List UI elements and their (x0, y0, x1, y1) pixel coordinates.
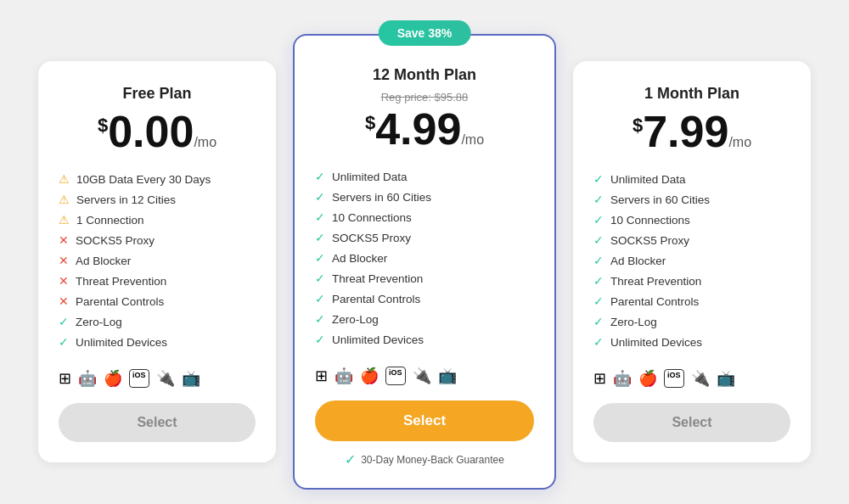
feature-free-5: ✕ Threat Prevention (59, 271, 256, 291)
apple-icon: 🍎 (104, 369, 122, 388)
windows-icon: ⊞ (59, 369, 71, 388)
price-mo-free: /mo (194, 135, 216, 150)
price-mo-annual: /mo (461, 132, 484, 148)
select-button-free[interactable]: Select (59, 403, 256, 442)
price-main-free: 0.00 (108, 109, 194, 154)
android-icon: 🤖 (78, 369, 97, 388)
feature-monthly-3: ✓ SOCKS5 Proxy (593, 230, 790, 250)
feature-text: Zero-Log (610, 316, 657, 328)
check-icon: ✓ (315, 210, 325, 224)
feature-monthly-1: ✓ Servers in 60 Cities (593, 189, 790, 210)
feature-free-4: ✕ Ad Blocker (59, 250, 256, 271)
check-icon: ✓ (593, 172, 604, 186)
check-icon: ✓ (315, 292, 325, 305)
features-list-annual: ✓ Unlimited Data ✓ Servers in 60 Cities … (315, 166, 534, 350)
feature-free-7: ✓ Zero-Log (59, 311, 256, 332)
feature-annual-3: ✓ SOCKS5 Proxy (315, 227, 534, 248)
feature-monthly-2: ✓ 10 Connections (593, 210, 790, 230)
feature-text: Servers in 60 Cities (332, 191, 431, 204)
feature-text: SOCKS5 Proxy (76, 234, 155, 247)
check-icon: ✓ (593, 213, 604, 227)
feature-free-8: ✓ Unlimited Devices (59, 332, 256, 352)
feature-annual-6: ✓ Parental Controls (315, 288, 534, 309)
price-row-monthly: $ 7.99 /mo (593, 109, 790, 154)
check-icon: ✓ (593, 335, 604, 349)
check-icon: ✓ (593, 274, 604, 288)
feature-monthly-0: ✓ Unlimited Data (593, 169, 790, 189)
feature-annual-0: ✓ Unlimited Data (315, 166, 534, 187)
feature-text: Unlimited Devices (332, 333, 424, 346)
plan-name-monthly: 1 Month Plan (593, 85, 790, 103)
feature-text: Threat Prevention (76, 275, 166, 288)
windows-icon: ⊞ (315, 367, 328, 385)
ios-icon: iOS (664, 369, 684, 388)
feature-monthly-6: ✓ Parental Controls (593, 291, 790, 311)
plan-card-annual: Save 38% 12 Month Plan Reg price: $95.88… (293, 34, 556, 490)
feature-monthly-8: ✓ Unlimited Devices (593, 332, 790, 352)
plan-card-monthly: 1 Month Plan $ 7.99 /mo ✓ Unlimited Data… (573, 61, 811, 462)
feature-text: 10GB Data Every 30 Days (76, 173, 211, 186)
router-icon: 🔌 (156, 369, 175, 388)
check-icon: ✓ (315, 231, 325, 244)
feature-text: Ad Blocker (610, 255, 666, 267)
platform-icons-annual: ⊞ 🤖 🍎 iOS 🔌 📺 (315, 367, 534, 385)
feature-text: Parental Controls (332, 293, 420, 305)
tv-icon: 📺 (182, 369, 200, 388)
feature-free-0: ⚠ 10GB Data Every 30 Days (59, 169, 256, 189)
android-icon: 🤖 (613, 369, 632, 388)
pricing-container: Free Plan $ 0.00 /mo ⚠ 10GB Data Every 3… (13, 0, 836, 504)
price-mo-monthly: /mo (728, 135, 751, 150)
feature-annual-1: ✓ Servers in 60 Cities (315, 187, 534, 207)
apple-icon: 🍎 (638, 369, 657, 388)
price-dollar-annual: $ (365, 112, 375, 134)
router-icon: 🔌 (413, 367, 431, 385)
plan-name-annual: 12 Month Plan (315, 66, 534, 84)
feature-text: SOCKS5 Proxy (610, 234, 689, 247)
price-dollar-free: $ (98, 115, 108, 137)
save-badge: Save 38% (379, 20, 471, 46)
check-icon: ✓ (315, 312, 325, 326)
feature-text: Parental Controls (76, 295, 164, 308)
plan-name-free: Free Plan (59, 85, 256, 103)
feature-free-1: ⚠ Servers in 12 Cities (59, 189, 256, 210)
select-button-annual[interactable]: Select (315, 400, 534, 441)
feature-monthly-4: ✓ Ad Blocker (593, 250, 790, 271)
feature-annual-7: ✓ Zero-Log (315, 309, 534, 329)
feature-annual-2: ✓ 10 Connections (315, 207, 534, 227)
feature-free-6: ✕ Parental Controls (59, 291, 256, 311)
price-main-monthly: 7.99 (643, 109, 728, 154)
apple-icon: 🍎 (360, 367, 379, 385)
feature-free-2: ⚠ 1 Connection (59, 210, 256, 230)
reg-price-annual: Reg price: $95.88 (315, 91, 534, 104)
check-icon: ✓ (593, 254, 604, 267)
feature-text: Zero-Log (332, 313, 379, 326)
feature-text: Unlimited Data (332, 171, 408, 183)
feature-text: 10 Connections (610, 214, 690, 227)
feature-text: Unlimited Devices (610, 336, 702, 349)
x-icon: ✕ (59, 274, 69, 288)
check-icon: ✓ (315, 333, 325, 346)
warn-icon: ⚠ (59, 193, 70, 206)
x-icon: ✕ (59, 233, 69, 247)
money-back-text: 30-Day Money-Back Guarantee (361, 454, 504, 466)
features-list-monthly: ✓ Unlimited Data ✓ Servers in 60 Cities … (593, 169, 790, 352)
tv-icon: 📺 (438, 367, 457, 385)
x-icon: ✕ (59, 254, 69, 267)
feature-text: Servers in 60 Cities (610, 193, 710, 206)
platform-icons-monthly: ⊞ 🤖 🍎 iOS 🔌 📺 (593, 369, 790, 388)
feature-annual-4: ✓ Ad Blocker (315, 248, 534, 268)
feature-text: Threat Prevention (332, 272, 423, 285)
platform-icons-free: ⊞ 🤖 🍎 iOS 🔌 📺 (59, 369, 256, 388)
select-button-monthly[interactable]: Select (593, 403, 790, 442)
feature-text: Parental Controls (610, 295, 699, 308)
feature-text: Ad Blocker (332, 252, 387, 265)
check-icon: ✓ (593, 233, 604, 247)
money-back-check-icon: ✓ (345, 451, 356, 468)
tv-icon: 📺 (717, 369, 735, 388)
feature-text: 10 Connections (332, 211, 412, 224)
check-icon: ✓ (59, 335, 69, 349)
check-icon: ✓ (315, 251, 325, 265)
ios-icon: iOS (385, 367, 406, 385)
feature-monthly-7: ✓ Zero-Log (593, 311, 790, 332)
price-main-annual: 4.99 (375, 107, 461, 151)
